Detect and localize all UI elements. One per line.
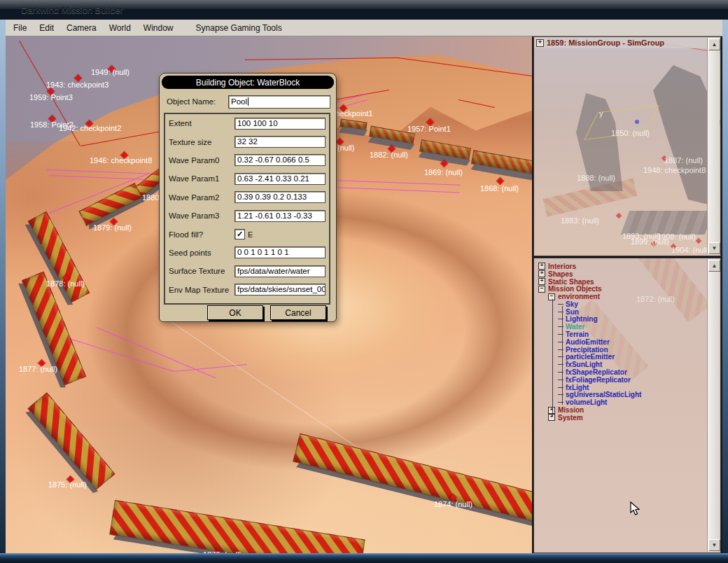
tree-item-label: Terrain: [566, 331, 589, 338]
tree-item-label: fxLight: [566, 384, 589, 391]
menu-item-world[interactable]: World: [103, 20, 137, 36]
field-input-seed-points[interactable]: 0 0 1 0 1 1 0 1: [234, 246, 326, 258]
tree-item-label: fxSunLight: [566, 361, 602, 368]
object-tree-panel[interactable]: 1872: (null) +Interiors+Shapes+Static Sh…: [533, 258, 721, 553]
scroll-up-button[interactable]: ▲: [708, 260, 720, 272]
field-row-env-map-texture: Env Map Texturefps/data/skies/sunset_00: [165, 281, 329, 299]
vp-label-1949-null: 1949: (null): [91, 68, 130, 76]
field-input-surface-texture[interactable]: fps/data/water/water: [234, 265, 326, 277]
expand-icon[interactable]: +: [538, 278, 545, 285]
object-name-input[interactable]: Pool: [228, 95, 330, 109]
tree-item-label: volumeLight: [566, 398, 607, 406]
scene-label-1948-checkpoint8: 1948: checkpoint8: [643, 166, 706, 174]
scene-label-1883-null: 1883: (null): [561, 216, 599, 225]
expand-icon[interactable]: +: [538, 263, 545, 270]
scene-label-1908-null: 1908: (null): [657, 232, 696, 241]
ok-button[interactable]: OK: [207, 305, 263, 320]
menu-bar: FileEditCameraWorldWindowSynapse Gaming …: [1, 20, 727, 36]
menu-item-synapse-gaming-tools[interactable]: Synapse Gaming Tools: [190, 20, 288, 36]
menu-item-window[interactable]: Window: [137, 20, 180, 36]
field-input-wave-param1[interactable]: 0.63 -2.41 0.33 0.21: [234, 173, 326, 185]
window-border-left: [0, 20, 6, 553]
menu-item-file[interactable]: File: [7, 20, 33, 36]
expand-plus-icon[interactable]: +: [536, 39, 544, 47]
window-titlebar[interactable]: Darkwind Mission Builder: [0, 0, 728, 20]
expand-icon[interactable]: +: [548, 414, 555, 421]
window-title: Darkwind Mission Builder: [21, 5, 123, 15]
tree-item-label: Sun: [566, 308, 579, 316]
collapse-icon[interactable]: −: [548, 293, 555, 300]
tree-panel-scrollbar[interactable]: ▲ ▼: [707, 259, 720, 552]
vp-label-null: (null): [337, 144, 354, 152]
vp-label-1946-checkpoint8: 1946: checkpoint8: [90, 156, 152, 165]
field-input-wave-param0[interactable]: 0.32 -0.67 0.066 0.5: [234, 154, 326, 166]
tree-item-interiors[interactable]: +Interiors: [537, 263, 705, 270]
window-border-bottom: [0, 553, 728, 563]
field-input-wave-param3[interactable]: 1.21 -0.61 0.13 -0.33: [234, 210, 326, 222]
tree-item-label: Precipitation: [566, 346, 608, 354]
tree-item-label: sgUniversalStaticLight: [566, 391, 641, 398]
tree-item-shapes[interactable]: +Shapes: [537, 270, 705, 278]
field-row-seed-points: Seed points0 0 1 0 1 1 0 1: [165, 244, 329, 262]
dialog-title: Building Object: WaterBlock: [162, 76, 334, 89]
field-input-env-map-texture[interactable]: fps/data/skies/sunset_00: [234, 284, 326, 296]
scene-group-panel[interactable]: y1850: (null)1887: (null)1948: checkpoin…: [533, 36, 721, 256]
tree-item-system[interactable]: +System: [537, 414, 705, 422]
container-stack: [621, 211, 713, 235]
field-label: Extent: [169, 119, 234, 127]
menu-item-edit[interactable]: Edit: [33, 20, 60, 36]
field-row-texture-size: Texture size32 32: [165, 132, 329, 151]
field-label: Wave Param1: [169, 174, 234, 183]
field-input-wave-param2[interactable]: 0.39 0.39 0.2 0.133: [234, 191, 326, 203]
scene-label-1887-null: 1887: (null): [664, 156, 703, 165]
tree-item-environment[interactable]: −environment: [537, 293, 705, 300]
vp-label-1874-null: 1874: (null): [434, 500, 472, 508]
field-label: Surface Texture: [169, 267, 234, 275]
vp-label-1869-null: 1869: (null): [424, 168, 463, 176]
field-row-wave-param0: Wave Param00.32 -0.67 0.066 0.5: [165, 151, 329, 169]
scene-group-header[interactable]: + 1859: MissionGroup - SimGroup: [534, 37, 720, 48]
field-row-wave-param1: Wave Param10.63 -2.41 0.33 0.21: [165, 169, 329, 188]
vp-label-1959-point3: 1959: Point3: [29, 93, 73, 102]
scene-label-1850-null: 1850: (null): [611, 129, 650, 137]
tree-item-label: Lightning: [566, 315, 598, 323]
tree-item-label: System: [558, 414, 583, 422]
flood-fill-checkbox[interactable]: ✓: [234, 229, 245, 239]
cancel-button[interactable]: Cancel: [270, 305, 326, 320]
scene-label-1888-null: 1888: (null): [577, 174, 615, 182]
checkbox-trailing-text: E: [248, 230, 253, 239]
scroll-down-button[interactable]: ▼: [708, 539, 720, 551]
field-row-extent: Extent100 100 10: [165, 114, 329, 132]
gizmo-origin-dot: [635, 120, 639, 124]
tree-connector: [562, 306, 563, 405]
window-border-right: [722, 20, 728, 553]
scroll-up-button[interactable]: ▲: [708, 39, 720, 50]
object-name-label: Object Name:: [167, 97, 228, 106]
field-input-texture-size[interactable]: 32 32: [234, 136, 326, 148]
menu-item-camera[interactable]: Camera: [60, 20, 103, 36]
tree-item-static-shapes[interactable]: +Static Shapes: [537, 278, 705, 286]
tree-connector: [552, 299, 553, 417]
tree-item-label: Shapes: [548, 270, 573, 278]
tree-item-label: Mission Objects: [548, 285, 602, 293]
tree-item-mission-objects[interactable]: −Mission Objects: [537, 285, 705, 293]
field-label: Flood fill?: [169, 230, 234, 239]
vp-label-1876-null: 1876: (null): [203, 550, 241, 553]
tree-item-label: AudioEmitter: [566, 338, 610, 346]
expand-icon[interactable]: +: [538, 270, 545, 277]
scroll-down-button[interactable]: ▼: [708, 242, 720, 254]
field-input-extent[interactable]: 100 100 10: [234, 118, 326, 130]
expand-icon[interactable]: +: [548, 407, 555, 414]
vp-label-1877-null: 1877: (null): [19, 365, 57, 373]
collapse-icon[interactable]: −: [538, 286, 545, 293]
tree-item-mission[interactable]: +Mission: [537, 406, 705, 414]
waterblock-dialog[interactable]: Building Object: WaterBlock Object Name:…: [159, 73, 337, 322]
vp-label-checkpoint1: checkpoint1: [332, 109, 373, 118]
scene-panel-scrollbar[interactable]: ▲ ▼: [707, 38, 720, 255]
field-row-wave-param2: Wave Param20.39 0.39 0.2 0.133: [165, 188, 329, 207]
field-label: Env Map Texture: [169, 286, 234, 294]
field-label: Seed points: [169, 249, 234, 257]
tree-item-label: fxShapeReplicator: [566, 368, 627, 376]
vp-label-1943-checkpoint3: 1943: checkpoint3: [46, 81, 108, 89]
vp-label-1882-null: 1882: (null): [370, 151, 408, 159]
